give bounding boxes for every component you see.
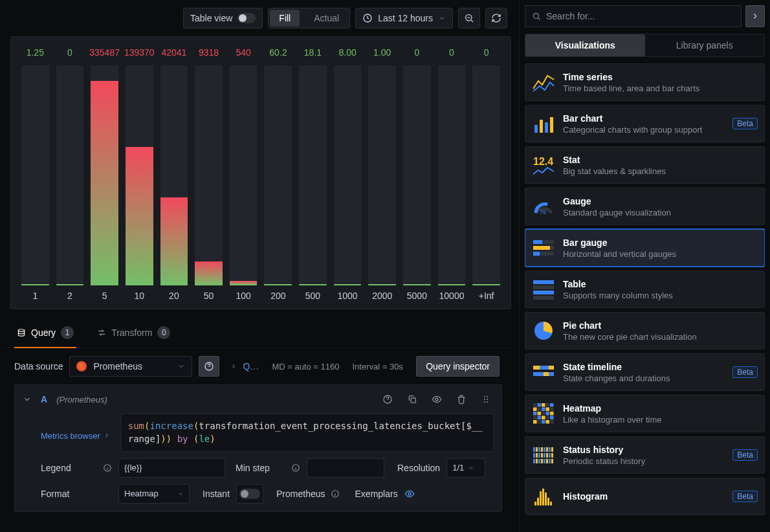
viz-item-time-series[interactable]: Time seriesTime based line, area and bar…: [525, 63, 765, 101]
info-icon: [331, 489, 340, 498]
query-row-header: A (Prometheus): [15, 385, 501, 414]
svg-rect-87: [546, 459, 548, 463]
refresh-icon: [491, 13, 501, 23]
query-options-row: Data source Prometheus Q… MD = auto = 11…: [3, 348, 511, 384]
viz-title: Pie chart: [563, 320, 697, 331]
query-editor: A (Prometheus) Metrics browser sum(incre…: [14, 384, 502, 512]
viz-item-bar-chart[interactable]: Bar chartCategorical charts with group s…: [525, 105, 765, 142]
svg-rect-32: [533, 291, 554, 294]
refresh-button[interactable]: [485, 8, 507, 28]
prometheus-info-icon[interactable]: [331, 489, 340, 498]
viz-text: Time seriesTime based line, area and bar…: [563, 72, 699, 93]
svg-rect-88: [549, 459, 551, 463]
format-select[interactable]: Heatmap: [118, 484, 190, 504]
legend-info-icon[interactable]: [103, 463, 112, 472]
viz-item-status-history[interactable]: Status historyPeriodic status historyBet…: [525, 436, 765, 474]
viz-icon: [532, 278, 555, 301]
query-icon: [17, 328, 26, 337]
tab-query[interactable]: Query 1: [14, 321, 76, 348]
zoom-out-button[interactable]: [458, 8, 480, 28]
table-view-toggle[interactable]: Table view: [183, 8, 263, 28]
svg-rect-93: [542, 489, 544, 505]
search-input[interactable]: Search for...: [525, 5, 742, 27]
instant-switch[interactable]: [239, 489, 260, 499]
query-inspector-button[interactable]: Query inspector: [416, 356, 500, 377]
bar-category-label: 2: [67, 291, 72, 304]
svg-rect-5: [411, 398, 415, 403]
viz-text: State timelineState changes and duration…: [563, 362, 670, 383]
svg-rect-29: [533, 252, 540, 256]
bar-track: [230, 65, 258, 285]
duplicate-query-button[interactable]: [404, 392, 420, 407]
metrics-browser-toggle[interactable]: Metrics browser: [41, 414, 117, 452]
query-ref-id[interactable]: A: [41, 394, 47, 405]
bar-baseline: [126, 284, 153, 285]
bar-value: 335487: [89, 47, 120, 60]
bar-value: 0: [67, 47, 72, 60]
bar-value: 1.25: [27, 47, 44, 60]
instant-label: Instant: [203, 489, 230, 499]
legend-label: Legend: [41, 463, 78, 473]
table-view-switch[interactable]: [237, 13, 256, 23]
viz-text: Bar chartCategorical charts with group s…: [563, 113, 702, 135]
svg-rect-86: [544, 459, 545, 463]
collapse-toggle[interactable]: [23, 395, 32, 404]
bar-category-label: 100: [236, 291, 250, 304]
viz-item-pie-chart[interactable]: Pie chartThe new core pie chart visualiz…: [525, 312, 765, 349]
collapse-sidebar-button[interactable]: [745, 5, 765, 27]
viz-item-bar-gauge[interactable]: Bar gaugeHorizontal and vertical gauges: [525, 229, 765, 267]
tab-query-count: 1: [61, 326, 74, 339]
viz-item-heatmap[interactable]: HeatmapLike a histogram over time: [525, 395, 765, 432]
prometheus-label: Prometheus: [276, 489, 325, 499]
viz-title: Stat: [563, 155, 666, 165]
actual-option[interactable]: Actual: [305, 10, 348, 27]
svg-rect-58: [542, 416, 545, 420]
viz-item-state-timeline[interactable]: State timelineState changes and duration…: [525, 353, 765, 391]
viz-item-table[interactable]: TableSupports many column styles: [525, 271, 765, 308]
data-source-help-button[interactable]: [199, 356, 219, 377]
query-options-toggle[interactable]: Q…: [243, 361, 259, 371]
min-step-input[interactable]: [307, 458, 384, 478]
toggle-visibility-button[interactable]: [429, 392, 445, 407]
delete-query-button[interactable]: [454, 392, 469, 407]
promql-input[interactable]: sum(increase(transformation_event_proces…: [121, 414, 494, 452]
query-help-button[interactable]: [380, 392, 395, 407]
svg-rect-82: [533, 459, 535, 463]
bar-column: 4204120: [160, 47, 188, 304]
viz-text: HeatmapLike a histogram over time: [563, 403, 661, 425]
resolution-select[interactable]: 1/1: [446, 458, 485, 478]
viz-desc: The new core pie chart visualization: [563, 332, 697, 342]
min-step-info-icon[interactable]: [291, 463, 300, 472]
bar-column: 010000: [438, 47, 466, 304]
svg-point-7: [484, 396, 485, 397]
svg-rect-56: [533, 416, 537, 420]
bar-column: 05000: [403, 47, 431, 304]
viz-desc: Categorical charts with group support: [563, 125, 702, 135]
chevron-right-icon: [751, 12, 760, 21]
drag-handle[interactable]: [478, 392, 494, 407]
viz-item-histogram[interactable]: HistogramBeta: [525, 478, 765, 515]
viz-text: Pie chartThe new core pie chart visualiz…: [563, 320, 697, 342]
svg-rect-42: [538, 403, 542, 407]
bar-column: 60.2200: [264, 47, 292, 304]
tab-library-panels[interactable]: Library panels: [645, 34, 765, 56]
bar-value: 139370: [124, 47, 155, 60]
viz-title: Table: [563, 279, 673, 289]
data-source-picker[interactable]: Prometheus: [69, 356, 192, 377]
exemplars-toggle[interactable]: [404, 489, 415, 499]
viz-desc: State changes and durations: [563, 373, 670, 383]
svg-rect-37: [549, 366, 554, 370]
svg-rect-49: [546, 408, 550, 412]
tab-transform[interactable]: Transform 0: [94, 321, 173, 348]
chevron-right-icon: [230, 362, 237, 370]
viz-item-stat[interactable]: 12.4StatBig stat values & sparklines: [525, 146, 765, 184]
fill-option[interactable]: Fill: [270, 10, 300, 27]
tab-visualizations[interactable]: Visualizations: [525, 34, 645, 56]
svg-point-12: [487, 401, 488, 403]
time-range-picker[interactable]: Last 12 hours: [355, 8, 453, 28]
viz-icon: 79: [532, 195, 555, 218]
svg-point-11: [484, 401, 485, 403]
instant-switch-wrap: [236, 484, 263, 504]
legend-input[interactable]: {{le}}: [118, 458, 225, 478]
viz-item-gauge[interactable]: 79GaugeStandard gauge visualization: [525, 188, 765, 225]
